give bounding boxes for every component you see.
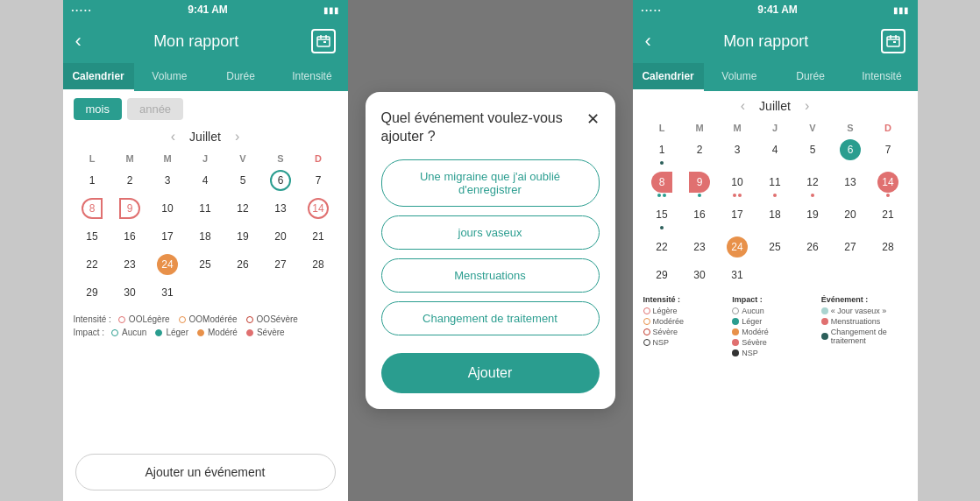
impact-aucun-icon: [732, 307, 739, 314]
cal3-day-14[interactable]: 14: [870, 169, 907, 200]
calendar-icon-1[interactable]: [311, 29, 336, 53]
cal3-day-21[interactable]: 21: [870, 201, 907, 232]
cal-day-14[interactable]: 14: [300, 195, 337, 222]
legend-intensite-moderee: Modérée: [643, 317, 729, 326]
modal-option-menstruations[interactable]: Menstruations: [381, 258, 600, 293]
add-event-button[interactable]: Ajouter un événement: [75, 454, 336, 490]
cal3-day-5[interactable]: 5: [794, 137, 832, 167]
cal3-day-1[interactable]: 1: [643, 137, 681, 167]
page-title-1: Mon rapport: [82, 32, 311, 51]
svg-rect-9: [893, 41, 896, 43]
cal-day-19[interactable]: 19: [224, 223, 262, 250]
toggle-mois[interactable]: mois: [74, 98, 122, 120]
cal-day-31[interactable]: 31: [149, 279, 187, 306]
cal3-day-31[interactable]: 31: [719, 262, 756, 288]
cal-day-28[interactable]: 28: [300, 251, 337, 278]
cal3-day-20[interactable]: 20: [832, 201, 870, 232]
cal-day-15[interactable]: 15: [74, 223, 111, 250]
back-button-1[interactable]: ‹: [75, 30, 82, 53]
svg-rect-4: [323, 41, 326, 43]
cal-day-13[interactable]: 13: [262, 195, 300, 222]
cal-row-2: 8 9 10 11 12 13 14: [74, 195, 337, 222]
tab-calendrier-3[interactable]: Calendrier: [633, 63, 704, 91]
cal-day-30[interactable]: 30: [111, 279, 149, 306]
cal-day-6[interactable]: 6: [262, 167, 300, 194]
cal3-day-11[interactable]: 11: [756, 169, 794, 200]
cal3-day-26[interactable]: 26: [794, 234, 832, 260]
tab-intensite-3[interactable]: Intensité: [846, 63, 917, 91]
legend-aucun-icon: [111, 329, 118, 336]
cal-day-23[interactable]: 23: [111, 251, 149, 278]
col3-l: L: [643, 121, 681, 135]
tab-volume-3[interactable]: Volume: [704, 63, 775, 91]
modal-close-button[interactable]: ✕: [586, 109, 600, 129]
impact-severe-icon: [732, 339, 739, 346]
toggle-annee[interactable]: année: [127, 98, 183, 120]
prev-month-1[interactable]: ‹: [171, 129, 175, 145]
cal-day-17[interactable]: 17: [149, 223, 187, 250]
cal3-day-24[interactable]: 24: [719, 234, 756, 260]
cal3-day-8[interactable]: 8: [643, 169, 681, 200]
cal3-row-3: 15 16 17 18 19 20 21: [643, 201, 907, 232]
cal-day-25[interactable]: 25: [187, 251, 224, 278]
cal3-day-30[interactable]: 30: [681, 262, 719, 288]
cal3-day-28[interactable]: 28: [870, 234, 907, 260]
cal-day-22[interactable]: 22: [74, 251, 111, 278]
cal3-day-12[interactable]: 12: [794, 169, 832, 200]
cal3-day-4[interactable]: 4: [756, 137, 794, 167]
prev-month-3[interactable]: ‹: [741, 98, 745, 114]
cal3-day-3[interactable]: 3: [719, 137, 756, 167]
cal-row-4: 22 23 24 25 26 27 28: [74, 251, 337, 278]
cal-day-27[interactable]: 27: [262, 251, 300, 278]
cal3-day-6[interactable]: 6: [832, 137, 870, 167]
modal-option-changement[interactable]: Changement de traitement: [381, 301, 600, 335]
modal-add-button[interactable]: Ajouter: [381, 353, 600, 393]
cal-day-11[interactable]: 11: [187, 195, 224, 222]
modal-option-jours-vaseux[interactable]: jours vaseux: [381, 215, 600, 250]
cal3-day-2[interactable]: 2: [681, 137, 719, 167]
tab-duree-3[interactable]: Durée: [775, 63, 846, 91]
cal3-day-19[interactable]: 19: [794, 201, 832, 232]
cal-day-26[interactable]: 26: [224, 251, 262, 278]
tab-intensite-1[interactable]: Intensité: [276, 63, 347, 91]
back-button-3[interactable]: ‹: [645, 30, 651, 53]
cal-day-3[interactable]: 3: [149, 167, 187, 194]
cal3-day-10[interactable]: 10: [719, 169, 756, 200]
cal3-day-18[interactable]: 18: [756, 201, 794, 232]
cal3-day-25[interactable]: 25: [756, 234, 794, 260]
cal-day-18[interactable]: 18: [187, 223, 224, 250]
cal-day-24[interactable]: 24: [149, 251, 187, 278]
next-month-1[interactable]: ›: [235, 129, 239, 145]
calendar-icon-3[interactable]: [881, 29, 905, 53]
cal3-day-23[interactable]: 23: [681, 234, 719, 260]
cal3-day-16[interactable]: 16: [681, 201, 719, 232]
cal-day-2[interactable]: 2: [111, 167, 149, 194]
modal-option-migraine[interactable]: Une migraine que j'ai oubliéd'enregistre…: [381, 159, 600, 207]
tab-volume-1[interactable]: Volume: [134, 63, 205, 91]
cal-day-7[interactable]: 7: [300, 167, 337, 194]
cal-day-20[interactable]: 20: [262, 223, 300, 250]
cal3-day-9[interactable]: 9: [681, 169, 719, 200]
cal-day-4[interactable]: 4: [187, 167, 224, 194]
cal3-day-13[interactable]: 13: [832, 169, 870, 200]
cal-day-1[interactable]: 1: [74, 167, 111, 194]
tab-calendrier-1[interactable]: Calendrier: [63, 63, 134, 91]
cal-day-10[interactable]: 10: [149, 195, 187, 222]
cal3-day-22[interactable]: 22: [643, 234, 681, 260]
cal-day-5[interactable]: 5: [224, 167, 262, 194]
cal-day-21[interactable]: 21: [300, 223, 337, 250]
cal-day-29[interactable]: 29: [74, 279, 111, 306]
cal-day-8[interactable]: 8: [74, 195, 111, 222]
cal-day-12[interactable]: 12: [224, 195, 262, 222]
cal3-day-17[interactable]: 17: [719, 201, 756, 232]
cal3-day-7[interactable]: 7: [870, 137, 907, 167]
cal3-day-15[interactable]: 15: [643, 201, 681, 232]
cal-day-16[interactable]: 16: [111, 223, 149, 250]
cal-day-9[interactable]: 9: [111, 195, 149, 222]
cal3-day-27[interactable]: 27: [832, 234, 870, 260]
tab-duree-1[interactable]: Durée: [205, 63, 276, 91]
next-month-3[interactable]: ›: [805, 98, 809, 114]
cal3-day-29[interactable]: 29: [643, 262, 681, 288]
impact-nsp-icon: [732, 349, 739, 356]
screen3: ••••• 9:41 AM ▮▮▮ ‹ Mon rapport Calendri…: [633, 0, 918, 501]
